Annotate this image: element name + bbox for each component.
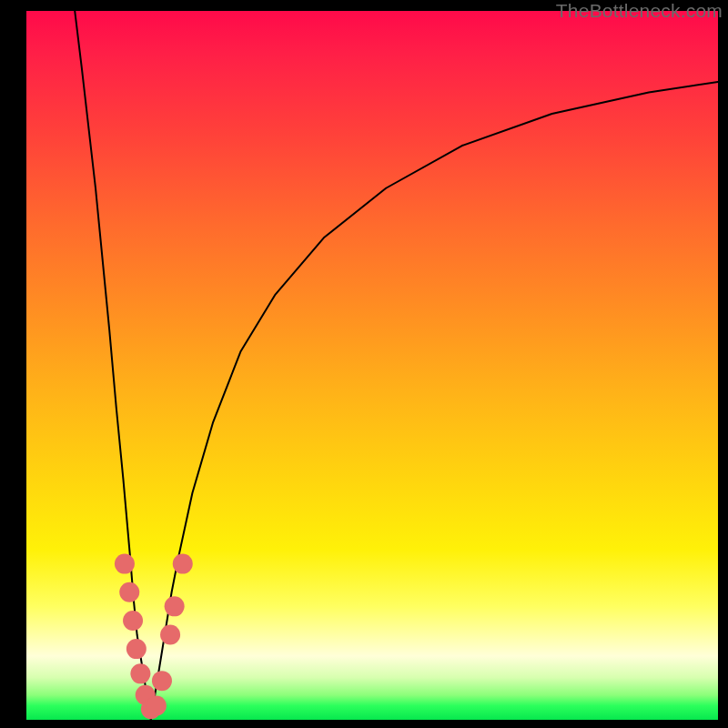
marker-dot [126,639,147,659]
watermark-text: TheBottleneck.com [556,0,723,22]
marker-dot [160,625,180,645]
plot-area [26,11,718,720]
marker-dot [123,611,143,631]
marker-dot [115,554,135,574]
series-right-branch [151,82,718,720]
marker-dot [119,582,139,602]
marker-dot [152,671,172,691]
marker-dot [165,596,185,616]
curve-markers [115,554,193,720]
marker-dot [130,663,150,683]
chart-svg [26,11,718,720]
marker-dot [147,695,167,715]
chart-frame: TheBottleneck.com [0,0,728,728]
marker-dot [173,554,193,574]
